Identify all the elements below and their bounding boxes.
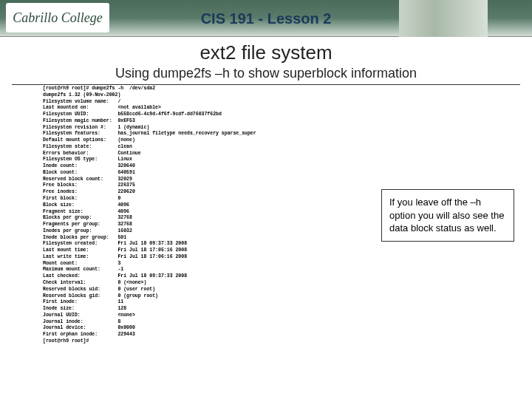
callout-box: If you leave off the –h option you will … — [381, 189, 514, 242]
terminal-line: First orphan inode: 229443 — [43, 332, 338, 338]
terminal-line: Free blocks: 226375 — [43, 183, 338, 189]
terminal-line: Filesystem state: clean — [43, 144, 338, 151]
terminal-line: Filesystem volume name: / — [43, 99, 338, 106]
terminal-line: Inode count: 320640 — [43, 163, 338, 170]
title-divider — [12, 84, 520, 85]
terminal-line: Errors behavior: Continue — [43, 151, 338, 157]
terminal-line: Maximum mount count: -1 — [43, 267, 338, 273]
terminal-line: Journal device: 0x0000 — [43, 325, 338, 332]
terminal-line: Filesystem revision #: 1 (dynamic) — [43, 125, 338, 132]
terminal-line: Journal UUID: <none> — [43, 313, 338, 319]
terminal-line: Reserved block count: 32029 — [43, 177, 338, 183]
terminal-line: [root@rh9 root]# dumpe2fs -h /dev/sda2 — [43, 86, 338, 92]
terminal-line: Check interval: 0 (<none>) — [43, 280, 338, 287]
course-title: CIS 191 - Lesson 2 — [201, 10, 332, 27]
terminal-line: First block: 0 — [43, 196, 338, 202]
terminal-line: Reserved blocks uid: 0 (user root) — [43, 287, 338, 293]
page-subtitle: Using dumpe2fs –h to show superblock inf… — [0, 66, 532, 81]
terminal-line: Fragment size: 4096 — [43, 209, 338, 216]
header-band: Cabrillo College CIS 191 - Lesson 2 — [0, 0, 532, 37]
terminal-line: Blocks per group: 32768 — [43, 215, 338, 222]
terminal-line: Last write time: Fri Jul 18 17:06:16 200… — [43, 254, 338, 261]
terminal-line: Filesystem OS type: Linux — [43, 157, 338, 163]
terminal-line: Block count: 640591 — [43, 170, 338, 177]
terminal-line: Filesystem magic number: 0xEF53 — [43, 118, 338, 125]
terminal-line: Journal inode: 8 — [43, 319, 338, 326]
terminal-line: Last mount time: Fri Jul 18 17:05:16 200… — [43, 248, 338, 254]
terminal-line: dumpe2fs 1.32 (09-Nov-2002) — [43, 92, 338, 99]
terminal-line: Default mount options: (none) — [43, 137, 338, 144]
terminal-line: Filesystem UUID: b558ccd6-4c9d-4f6f-9cdf… — [43, 112, 338, 118]
terminal-line: [root@rh9 root]# — [43, 338, 338, 345]
college-logo: Cabrillo College — [6, 3, 109, 33]
terminal-line: First inode: 11 — [43, 299, 338, 306]
terminal-line: Fragments per group: 32768 — [43, 222, 338, 228]
terminal-line: Filesystem created: Fri Jul 18 09:37:33 … — [43, 241, 338, 248]
terminal-line: Last mounted on: <not available> — [43, 105, 338, 112]
header-photo — [399, 0, 488, 37]
terminal-line: Block size: 4096 — [43, 202, 338, 209]
terminal-line: Inode blocks per group: 501 — [43, 235, 338, 242]
page-title: ext2 file system — [0, 41, 532, 64]
terminal-line: Filesystem features: has_journal filetyp… — [43, 131, 338, 137]
terminal-line: Mount count: 3 — [43, 261, 338, 267]
terminal-line: Last checked: Fri Jul 18 09:37:33 2008 — [43, 273, 338, 280]
terminal-line: Inodes per group: 16032 — [43, 228, 338, 235]
terminal-output: [root@rh9 root]# dumpe2fs -h /dev/sda2du… — [43, 86, 338, 345]
terminal-line: Inode size: 128 — [43, 306, 338, 313]
terminal-line: Free inodes: 220620 — [43, 189, 338, 196]
terminal-line: Reserved blocks gid: 0 (group root) — [43, 293, 338, 300]
